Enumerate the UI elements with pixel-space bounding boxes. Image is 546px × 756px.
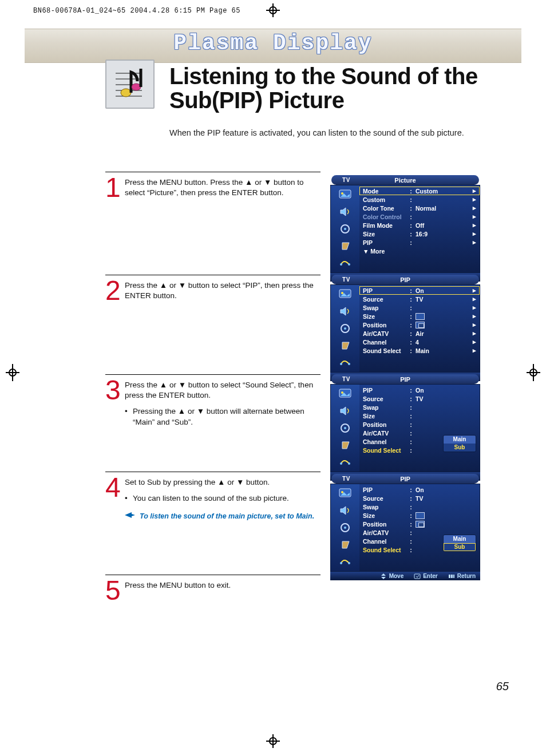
osd-row[interactable]: Position: [359, 420, 480, 429]
chevron-right-icon: ▸ [470, 204, 476, 212]
osd-row-colon: : [409, 421, 413, 428]
osd-row-label: Mode [363, 188, 409, 195]
step-3: 3 Press the ▲ or ▼ button to select “Sou… [105, 380, 321, 428]
osd-row[interactable]: Custom:▸ [359, 195, 480, 204]
osd-row-label: Swap [363, 504, 409, 510]
osd-row-value: On [413, 387, 470, 394]
osd-row[interactable]: Swap:▸ [359, 303, 480, 312]
crop-mark-left [6, 364, 19, 381]
channel-icon [337, 421, 353, 435]
osd-row-value: TV [413, 296, 470, 303]
osd-row-label: Sound Select [363, 447, 409, 454]
step-text: Set to Sub by pressing the ▲ or ▼ button… [125, 478, 270, 486]
step-rule [105, 172, 321, 172]
chevron-right-icon: ▸ [470, 221, 476, 229]
osd-row-value: 16:9 [413, 231, 470, 238]
osd-row-label: Source [363, 395, 409, 402]
osd-row[interactable]: ▼ More [359, 247, 480, 255]
osd-sidebar [331, 385, 359, 472]
osd-row[interactable]: PIP:On▸ [359, 286, 480, 295]
osd-row-label: PIP [363, 287, 409, 294]
osd-row[interactable]: Size: [359, 411, 480, 420]
osd-row-colon: : [409, 296, 413, 303]
osd-row-colon: : [409, 196, 413, 203]
step-text: Press the MENU button. Press the ▲ or ▼ … [125, 177, 321, 198]
popup-option-main[interactable]: Main [444, 535, 476, 543]
osd-row[interactable]: Color Control:▸ [359, 212, 480, 221]
osd-row[interactable]: Mode:Custom▸ [359, 187, 480, 195]
osd-row-colon: : [409, 239, 413, 246]
osd-row[interactable]: Swap: [359, 403, 480, 411]
chevron-right-icon: ▸ [470, 330, 476, 337]
music-note-icon [105, 60, 155, 109]
setup-icon [337, 239, 353, 253]
osd-row-label: Sound Select [363, 347, 409, 354]
osd-row[interactable]: Swap: [359, 502, 480, 511]
page-number: 65 [496, 680, 509, 693]
chevron-right-icon: ▸ [470, 321, 476, 328]
chevron-right-icon: ▸ [470, 187, 476, 195]
osd-row[interactable]: Source:TV [359, 494, 480, 502]
osd-row-colon: : [409, 231, 413, 238]
osd-row[interactable]: Sound Select:Main▸ [359, 346, 480, 355]
osd-row-label: PIP [363, 486, 409, 493]
osd-row[interactable]: Channel:4▸ [359, 338, 480, 346]
setup-icon [337, 538, 353, 552]
osd-row-label: Film Mode [363, 222, 409, 229]
osd-row-label: PIP [363, 387, 409, 394]
step-4: 4 Set to Sub by pressing the ▲ or ▼ butt… [105, 477, 321, 521]
osd-popup-sound-select[interactable]: MainSub [443, 435, 476, 452]
osd-row[interactable]: Size:16:9▸ [359, 229, 480, 238]
osd-row-colon: : [409, 330, 413, 337]
sound-icon [337, 504, 353, 517]
step-rule [105, 575, 321, 575]
osd-row-label: Size [363, 512, 409, 519]
osd-row-label: Color Control [363, 213, 409, 220]
chevron-right-icon: ▸ [470, 295, 476, 303]
osd-row[interactable]: Source:TV▸ [359, 295, 480, 303]
position-icon [416, 322, 425, 328]
osd-sidebar [331, 484, 359, 571]
chevron-right-icon: ▸ [470, 213, 476, 220]
chevron-right-icon: ▸ [470, 312, 476, 320]
popup-option-sub[interactable]: Sub [444, 444, 476, 452]
osd-row-label: Custom [363, 196, 409, 203]
sound-icon [337, 304, 353, 318]
crop-mark-bottom [266, 734, 280, 748]
chevron-right-icon: ▸ [470, 347, 476, 354]
osd-row-label: Sound Select [363, 547, 409, 553]
popup-option-main[interactable]: Main [444, 436, 476, 444]
osd-row[interactable]: Position:▸ [359, 320, 480, 329]
osd-header: TV Picture [331, 175, 479, 185]
osd-row[interactable]: Size:▸ [359, 312, 480, 320]
osd-row-value: Main [413, 347, 470, 354]
crop-mark-right [527, 364, 540, 381]
osd-row-label: Position [363, 322, 409, 328]
osd-row[interactable]: PIP:On [359, 386, 480, 394]
osd-row-colon: : [409, 222, 413, 229]
osd-row[interactable]: Position: [359, 520, 480, 528]
step-rule [105, 472, 321, 472]
osd-row-label: Size [363, 313, 409, 320]
osd-row[interactable]: Color Tone:Normal▸ [359, 204, 480, 212]
osd-row-label: Channel [363, 538, 409, 545]
osd-popup-sound-select[interactable]: MainSub [443, 535, 476, 552]
osd-row-value: On [413, 486, 470, 493]
chevron-right-icon: ▸ [470, 287, 476, 294]
osd-row[interactable]: Air/CATV:Air▸ [359, 329, 480, 338]
osd-row-label: Source [363, 296, 409, 303]
osd-row[interactable]: PIP:On [359, 485, 480, 494]
osd-row[interactable]: Source:TV [359, 394, 480, 403]
setup-icon [337, 339, 353, 353]
osd-row[interactable]: Size: [359, 511, 480, 520]
osd-row-label: Source [363, 495, 409, 502]
popup-option-sub[interactable]: Sub [444, 543, 476, 551]
step-number: 4 [105, 474, 121, 501]
osd-row[interactable]: Film Mode:Off▸ [359, 221, 480, 229]
function-icon [337, 256, 353, 270]
osd-row-colon: : [409, 347, 413, 354]
arrow-right-icon [125, 512, 135, 518]
osd-tv-label: TV [336, 276, 357, 283]
print-dateline: BN68-00678A-01_024~65 2004.4.28 6:15 PM … [33, 7, 240, 15]
osd-row[interactable]: PIP:▸ [359, 238, 480, 247]
